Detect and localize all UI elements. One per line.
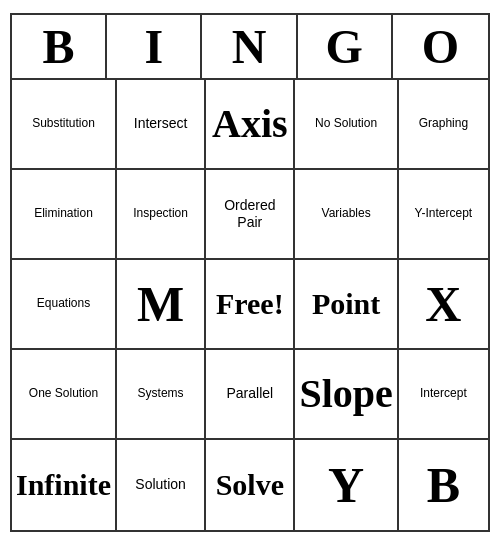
cell-text: Variables: [322, 206, 371, 220]
header-letter: O: [393, 15, 488, 78]
cell-text: Systems: [138, 386, 184, 400]
bingo-cell: Y-Intercept: [399, 170, 488, 260]
bingo-cell: One Solution: [12, 350, 117, 440]
header-letter: I: [107, 15, 202, 78]
bingo-cell: Equations: [12, 260, 117, 350]
bingo-cell: Variables: [295, 170, 398, 260]
cell-text: Infinite: [16, 467, 111, 503]
cell-text: Axis: [212, 100, 288, 148]
bingo-cell: Ordered Pair: [206, 170, 295, 260]
cell-text: X: [425, 274, 461, 334]
bingo-cell: Systems: [117, 350, 206, 440]
cell-text: Y: [328, 455, 364, 515]
cell-text: M: [137, 274, 184, 334]
cell-text: B: [427, 455, 460, 515]
bingo-cell: Intercept: [399, 350, 488, 440]
cell-text: Intercept: [420, 386, 467, 400]
cell-text: Free!: [216, 286, 284, 322]
cell-text: Ordered Pair: [210, 197, 289, 231]
bingo-cell: B: [399, 440, 488, 530]
cell-text: Equations: [37, 296, 90, 310]
bingo-cell: Parallel: [206, 350, 295, 440]
bingo-cell: Solution: [117, 440, 206, 530]
cell-text: Substitution: [32, 116, 95, 130]
bingo-cell: M: [117, 260, 206, 350]
bingo-cell: Point: [295, 260, 398, 350]
cell-text: No Solution: [315, 116, 377, 130]
header-letter: B: [12, 15, 107, 78]
bingo-cell: Graphing: [399, 80, 488, 170]
bingo-cell: No Solution: [295, 80, 398, 170]
cell-text: Slope: [299, 370, 392, 418]
cell-text: Elimination: [34, 206, 93, 220]
bingo-cell: Elimination: [12, 170, 117, 260]
bingo-cell: Axis: [206, 80, 295, 170]
cell-text: Graphing: [419, 116, 468, 130]
bingo-header: BINGO: [12, 15, 488, 80]
bingo-cell: X: [399, 260, 488, 350]
cell-text: Point: [312, 286, 380, 322]
cell-text: Solve: [216, 467, 284, 503]
bingo-grid: SubstitutionIntersectAxisNo SolutionGrap…: [12, 80, 488, 530]
bingo-cell: Intersect: [117, 80, 206, 170]
cell-text: One Solution: [29, 386, 98, 400]
bingo-cell: Solve: [206, 440, 295, 530]
cell-text: Inspection: [133, 206, 188, 220]
cell-text: Parallel: [226, 385, 273, 402]
bingo-cell: Free!: [206, 260, 295, 350]
bingo-card: BINGO SubstitutionIntersectAxisNo Soluti…: [10, 13, 490, 532]
bingo-cell: Infinite: [12, 440, 117, 530]
header-letter: G: [298, 15, 393, 78]
bingo-cell: Inspection: [117, 170, 206, 260]
bingo-cell: Y: [295, 440, 398, 530]
bingo-cell: Substitution: [12, 80, 117, 170]
cell-text: Solution: [135, 476, 186, 493]
cell-text: Intersect: [134, 115, 188, 132]
header-letter: N: [202, 15, 297, 78]
bingo-cell: Slope: [295, 350, 398, 440]
cell-text: Y-Intercept: [415, 206, 473, 220]
